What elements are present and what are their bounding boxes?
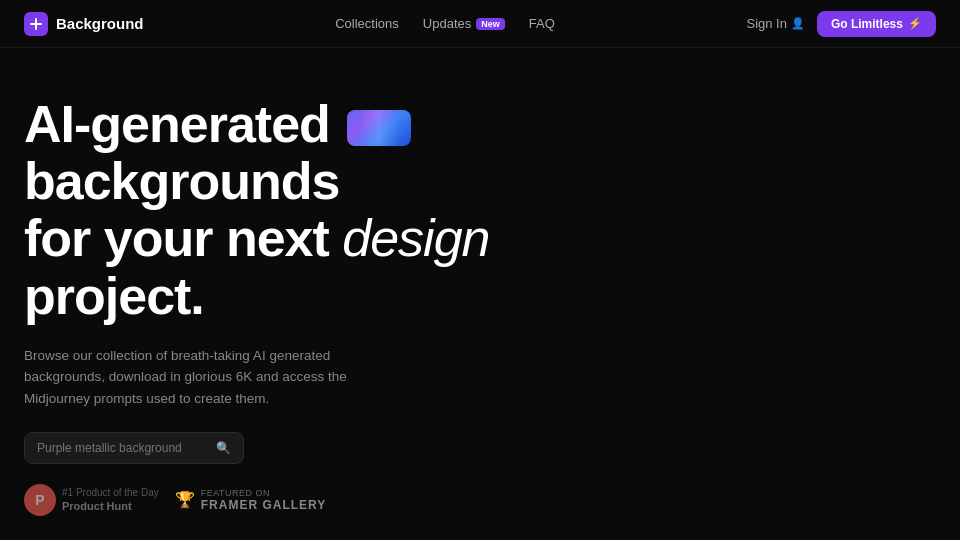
- search-bar: 🔍: [24, 432, 244, 464]
- ph-icon: P: [24, 484, 56, 516]
- framer-text: Featured on FRAMER GALLERY: [201, 488, 327, 512]
- logo-text: Background: [56, 15, 144, 32]
- nav-links: Collections Updates New FAQ: [335, 16, 555, 31]
- logo-icon: [24, 12, 48, 36]
- navbar: Background Collections Updates New FAQ S…: [0, 0, 960, 48]
- badges-row: P #1 Product of the Day Product Hunt 🏆 F…: [24, 484, 936, 516]
- nav-actions: Sign In 👤 Go Limitless ⚡: [746, 11, 936, 37]
- ph-text: #1 Product of the Day Product Hunt: [62, 486, 159, 513]
- hero-subtitle: Browse our collection of breath-taking A…: [24, 345, 404, 410]
- hero-section: AI-generated backgrounds for your next d…: [0, 48, 960, 516]
- sign-in-button[interactable]: Sign In 👤: [746, 16, 804, 31]
- lightning-icon: ⚡: [908, 17, 922, 30]
- nav-link-updates[interactable]: Updates New: [423, 16, 505, 31]
- logo[interactable]: Background: [24, 12, 144, 36]
- collections-section: Browse Collections See All ⇄ Fusion 12 B…: [0, 516, 960, 540]
- wreath-icon: 🏆: [175, 490, 195, 509]
- framer-gallery-badge[interactable]: 🏆 Featured on FRAMER GALLERY: [175, 488, 327, 512]
- svg-rect-1: [30, 23, 42, 25]
- nav-link-faq[interactable]: FAQ: [529, 16, 555, 31]
- new-badge: New: [476, 18, 505, 30]
- hero-title: AI-generated backgrounds for your next d…: [24, 96, 644, 325]
- go-limitless-button[interactable]: Go Limitless ⚡: [817, 11, 936, 37]
- person-icon: 👤: [791, 17, 805, 30]
- product-hunt-badge[interactable]: P #1 Product of the Day Product Hunt: [24, 484, 159, 516]
- search-icon[interactable]: 🔍: [216, 441, 231, 455]
- nav-link-collections[interactable]: Collections: [335, 16, 399, 31]
- search-input[interactable]: [37, 441, 208, 455]
- wave-preview-image: [347, 110, 411, 146]
